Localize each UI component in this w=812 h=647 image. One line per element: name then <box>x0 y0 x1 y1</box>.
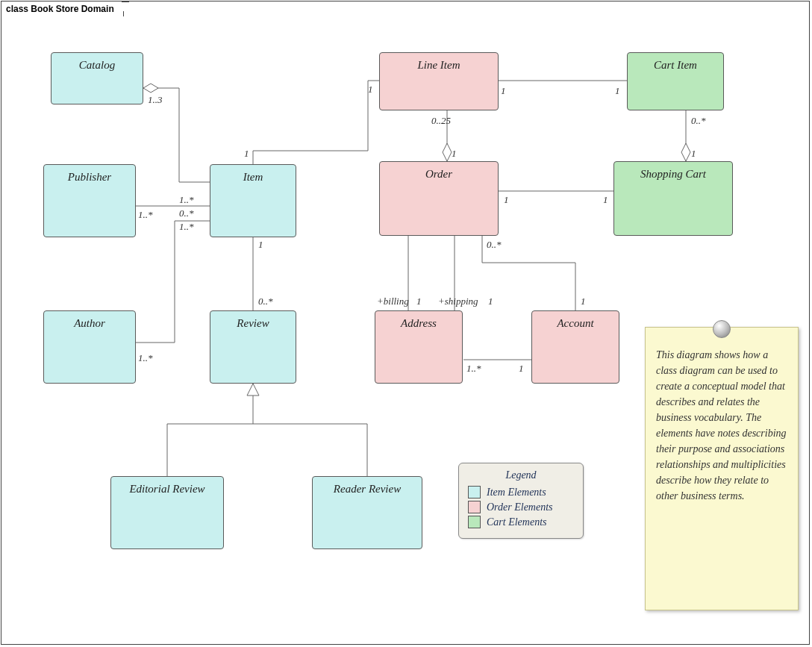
swatch-item <box>468 486 481 498</box>
class-account[interactable]: Account <box>531 310 619 384</box>
class-reader-review[interactable]: Reader Review <box>312 476 422 549</box>
class-line-item[interactable]: Line Item <box>379 52 499 110</box>
mult-label: 1 <box>501 85 506 97</box>
legend-cart-label: Cart Elements <box>487 516 547 528</box>
mult-label: 1 <box>691 148 696 160</box>
swatch-cart <box>468 516 481 528</box>
class-address[interactable]: Address <box>375 310 463 384</box>
mult-label: +billing <box>377 296 409 307</box>
class-catalog[interactable]: Catalog <box>51 52 143 104</box>
mult-label: 1..* <box>179 194 194 206</box>
mult-label: 1 <box>244 148 249 160</box>
legend-order-label: Order Elements <box>487 501 553 513</box>
mult-label: 0..* <box>691 115 706 127</box>
sticky-note: This diagram shows how a class diagram c… <box>645 327 799 610</box>
class-publisher[interactable]: Publisher <box>43 164 136 237</box>
note-text: This diagram shows how a class diagram c… <box>656 349 787 501</box>
mult-label: 1 <box>615 85 620 97</box>
mult-label: 1..* <box>466 363 481 375</box>
svg-marker-3 <box>681 143 690 161</box>
svg-marker-0 <box>143 84 158 93</box>
mult-label: 1 <box>603 194 608 206</box>
svg-marker-1 <box>247 384 259 396</box>
legend: Legend Item Elements Order Elements Cart… <box>458 463 584 539</box>
mult-label: 1 <box>519 363 524 375</box>
mult-label: 1..3 <box>148 94 163 106</box>
mult-label: 1 <box>488 296 493 307</box>
mult-label: 1 <box>416 296 422 307</box>
mult-label: +shipping <box>438 296 478 307</box>
mult-label: 0..* <box>179 207 194 219</box>
diagram-frame: class Book Store Domain <box>1 1 810 645</box>
class-item[interactable]: Item <box>210 164 296 237</box>
mult-label: 1 <box>368 84 373 96</box>
mult-label: 0..* <box>258 296 273 307</box>
mult-label: 1..* <box>138 352 153 364</box>
legend-item-label: Item Elements <box>487 487 546 498</box>
class-cart-item[interactable]: Cart Item <box>627 52 724 110</box>
diagram-title: class Book Store Domain <box>1 1 124 16</box>
mult-label: 1 <box>581 296 586 307</box>
mult-label: 1 <box>258 239 263 251</box>
svg-marker-2 <box>443 143 452 161</box>
mult-label: 1..* <box>179 221 194 233</box>
legend-title: Legend <box>468 469 574 481</box>
mult-label: 1..* <box>138 209 153 221</box>
swatch-order <box>468 501 481 513</box>
pin-icon <box>713 320 731 338</box>
mult-label: 1 <box>452 148 457 160</box>
class-author[interactable]: Author <box>43 310 136 384</box>
mult-label: 0..25 <box>431 115 451 127</box>
class-shopping-cart[interactable]: Shopping Cart <box>613 161 733 236</box>
class-review[interactable]: Review <box>210 310 296 384</box>
class-order[interactable]: Order <box>379 161 499 236</box>
mult-label: 1 <box>504 194 509 206</box>
mult-label: 0..* <box>487 239 502 251</box>
class-editorial-review[interactable]: Editorial Review <box>110 476 224 549</box>
